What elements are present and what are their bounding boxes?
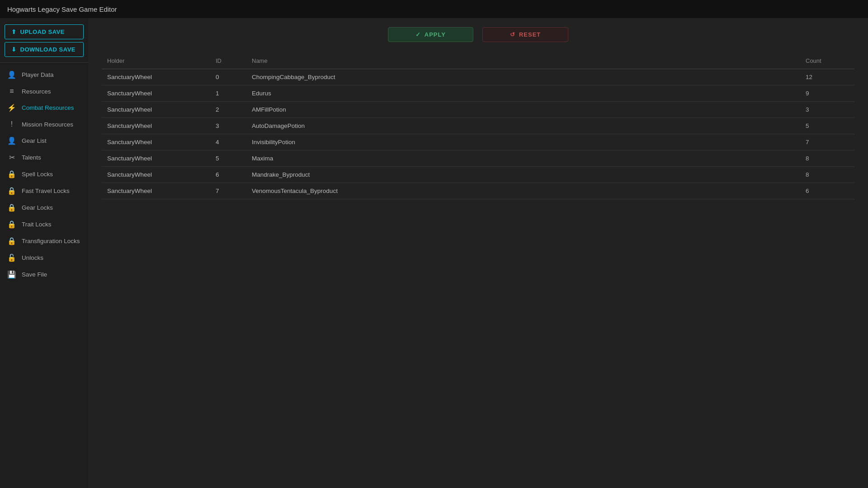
cell-holder: SanctuaryWheel	[102, 150, 210, 167]
cell-holder: SanctuaryWheel	[102, 167, 210, 183]
sidebar-item-transfiguration-locks[interactable]: 🔒 Transfiguration Locks	[0, 233, 88, 249]
exclamation-icon: !	[7, 120, 16, 128]
cell-name: Edurus	[246, 85, 800, 102]
cell-holder: SanctuaryWheel	[102, 118, 210, 134]
cell-id: 4	[210, 134, 246, 150]
cell-count[interactable]: 3	[800, 102, 854, 118]
cell-count[interactable]: 9	[800, 85, 854, 102]
hanger-icon: 👤	[7, 136, 16, 145]
unlock-icon: 🔓	[7, 253, 16, 262]
sidebar-item-spell-locks[interactable]: 🔒 Spell Locks	[0, 166, 88, 183]
cell-name: AutoDamagePotion	[246, 118, 800, 134]
scissors-icon: ✂	[7, 153, 16, 162]
upload-save-button[interactable]: ⬆ UPLOAD SAVE	[5, 24, 84, 39]
sidebar-item-trait-locks[interactable]: 🔒 Trait Locks	[0, 216, 88, 233]
cell-name: Maxima	[246, 150, 800, 167]
lock-gear-icon: 🔒	[7, 203, 16, 212]
cell-holder: SanctuaryWheel	[102, 85, 210, 102]
cell-count[interactable]: 5	[800, 118, 854, 134]
table-row: SanctuaryWheel5Maxima8	[102, 150, 854, 167]
table-row: SanctuaryWheel3AutoDamagePotion5	[102, 118, 854, 134]
table-row: SanctuaryWheel6Mandrake_Byproduct8	[102, 167, 854, 183]
cell-id: 1	[210, 85, 246, 102]
cell-holder: SanctuaryWheel	[102, 183, 210, 199]
table-row: SanctuaryWheel0ChompingCabbage_Byproduct…	[102, 69, 854, 85]
content-area: ✓ APPLY ↺ RESET Holder ID Name Count	[88, 18, 868, 488]
toolbar: ✓ APPLY ↺ RESET	[102, 27, 854, 42]
reset-icon: ↺	[510, 31, 515, 38]
cell-id: 5	[210, 150, 246, 167]
cell-name: AMFillPotion	[246, 102, 800, 118]
cell-count[interactable]: 7	[800, 134, 854, 150]
cell-holder: SanctuaryWheel	[102, 69, 210, 85]
cell-name: VenomousTentacula_Byproduct	[246, 183, 800, 199]
table-row: SanctuaryWheel2AMFillPotion3	[102, 102, 854, 118]
reset-button[interactable]: ↺ RESET	[482, 27, 568, 42]
lock-spell-icon: 🔒	[7, 170, 16, 178]
col-header-name: Name	[246, 53, 800, 69]
lock-transf-icon: 🔒	[7, 237, 16, 245]
col-header-holder: Holder	[102, 53, 210, 69]
cell-name: InvisibilityPotion	[246, 134, 800, 150]
sidebar-item-gear-locks[interactable]: 🔒 Gear Locks	[0, 199, 88, 216]
download-icon: ⬇	[11, 46, 17, 53]
upload-icon: ⬆	[11, 28, 17, 35]
cell-count[interactable]: 6	[800, 183, 854, 199]
cell-id: 6	[210, 167, 246, 183]
sidebar-item-talents[interactable]: ✂ Talents	[0, 149, 88, 166]
combat-resources-table: Holder ID Name Count SanctuaryWheel0Chom…	[102, 53, 854, 199]
save-icon: 💾	[7, 270, 16, 279]
sidebar-item-unlocks[interactable]: 🔓 Unlocks	[0, 249, 88, 266]
sidebar-item-player-data[interactable]: 👤 Player Data	[0, 66, 88, 83]
app-title: Hogwarts Legacy Save Game Editor	[0, 0, 868, 18]
table-row: SanctuaryWheel4InvisibilityPotion7	[102, 134, 854, 150]
person-icon: 👤	[7, 70, 16, 79]
cell-count[interactable]: 8	[800, 167, 854, 183]
sidebar-item-gear-list[interactable]: 👤 Gear List	[0, 132, 88, 149]
cell-name: ChompingCabbage_Byproduct	[246, 69, 800, 85]
check-icon: ✓	[415, 31, 421, 38]
cell-id: 2	[210, 102, 246, 118]
cell-id: 3	[210, 118, 246, 134]
cell-count[interactable]: 8	[800, 150, 854, 167]
apply-button[interactable]: ✓ APPLY	[388, 27, 473, 42]
list-icon: ≡	[7, 87, 16, 95]
sidebar-item-fast-travel-locks[interactable]: 🔒 Fast Travel Locks	[0, 183, 88, 199]
cell-id: 7	[210, 183, 246, 199]
sidebar-item-save-file[interactable]: 💾 Save File	[0, 266, 88, 283]
sidebar: ⬆ UPLOAD SAVE ⬇ DOWNLOAD SAVE 👤 Player D…	[0, 18, 88, 488]
sidebar-item-mission-resources[interactable]: ! Mission Resources	[0, 116, 88, 132]
cell-holder: SanctuaryWheel	[102, 134, 210, 150]
cell-holder: SanctuaryWheel	[102, 102, 210, 118]
lock-trait-icon: 🔒	[7, 220, 16, 229]
cell-name: Mandrake_Byproduct	[246, 167, 800, 183]
download-save-button[interactable]: ⬇ DOWNLOAD SAVE	[5, 42, 84, 57]
lightning-icon: ⚡	[7, 103, 16, 112]
table-row: SanctuaryWheel1Edurus9	[102, 85, 854, 102]
sidebar-item-resources[interactable]: ≡ Resources	[0, 83, 88, 99]
col-header-id: ID	[210, 53, 246, 69]
cell-count[interactable]: 12	[800, 69, 854, 85]
lock-travel-icon: 🔒	[7, 187, 16, 195]
data-table-container: Holder ID Name Count SanctuaryWheel0Chom…	[102, 53, 854, 479]
table-row: SanctuaryWheel7VenomousTentacula_Byprodu…	[102, 183, 854, 199]
cell-id: 0	[210, 69, 246, 85]
col-header-count: Count	[800, 53, 854, 69]
sidebar-divider	[0, 62, 88, 63]
sidebar-item-combat-resources[interactable]: ⚡ Combat Resources	[0, 99, 88, 116]
